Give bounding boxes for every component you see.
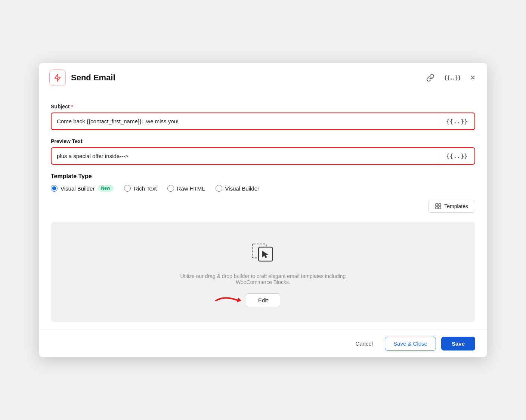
templates-label: Templates xyxy=(444,203,468,209)
variables-icon: {{..}} xyxy=(444,75,461,81)
link-icon xyxy=(426,74,434,82)
preview-variables-button[interactable]: {{..}} xyxy=(439,149,474,163)
subject-field-row: {{..}} xyxy=(51,112,475,130)
send-email-modal: Send Email {{..}} × Subject * xyxy=(39,63,487,357)
radio-raw-html[interactable] xyxy=(167,185,174,192)
save-close-button[interactable]: Save & Close xyxy=(385,337,436,350)
link-button[interactable] xyxy=(425,72,436,83)
template-type-label: Template Type xyxy=(51,173,475,180)
subject-required: * xyxy=(71,104,73,109)
svg-rect-3 xyxy=(439,207,441,209)
radio-option-raw-html[interactable]: Raw HTML xyxy=(167,185,205,192)
arrow-indicator xyxy=(213,291,243,309)
radio-label-visual-builder: Visual Builder xyxy=(61,185,95,192)
header-actions: {{..}} × xyxy=(425,71,477,84)
builder-description: Utilize our drag & drop builder to craft… xyxy=(162,273,364,285)
radio-label-visual-builder2: Visual Builder xyxy=(225,185,259,192)
edit-btn-wrap: Edit xyxy=(246,293,280,307)
close-icon: × xyxy=(470,73,475,83)
subject-input[interactable] xyxy=(52,113,439,129)
preview-var-icon: {{..}} xyxy=(446,152,468,160)
templates-row: Templates xyxy=(51,200,475,219)
radio-option-visual-builder2[interactable]: Visual Builder xyxy=(216,185,259,192)
badge-new: New xyxy=(98,185,114,192)
drag-drop-icon xyxy=(250,240,276,265)
modal-footer: Cancel Save & Close Save xyxy=(39,330,487,357)
close-button[interactable]: × xyxy=(469,71,477,84)
modal-icon xyxy=(49,70,66,86)
radio-label-raw-html: Raw HTML xyxy=(177,185,205,192)
svg-rect-1 xyxy=(439,204,441,206)
subject-var-icon: {{..}} xyxy=(446,118,468,125)
preview-field-row: {{..}} xyxy=(51,147,475,165)
radio-visual-builder2[interactable] xyxy=(216,185,222,192)
svg-rect-0 xyxy=(436,204,438,206)
arrow-icon xyxy=(213,291,243,308)
modal-title: Send Email xyxy=(71,73,420,83)
subject-label: Subject * xyxy=(51,104,475,109)
cancel-button[interactable]: Cancel xyxy=(349,337,380,350)
templates-button[interactable]: Templates xyxy=(428,200,475,213)
radio-visual-builder[interactable] xyxy=(51,185,58,192)
modal-header: Send Email {{..}} × xyxy=(39,63,487,93)
svg-rect-2 xyxy=(436,207,438,209)
templates-icon xyxy=(435,203,441,209)
radio-group: Visual Builder New Rich Text Raw HTML Vi… xyxy=(51,185,475,192)
preview-input[interactable] xyxy=(52,148,439,164)
radio-option-rich-text[interactable]: Rich Text xyxy=(124,185,157,192)
save-button[interactable]: Save xyxy=(441,337,475,350)
lightning-icon xyxy=(53,73,62,82)
preview-label: Preview Text xyxy=(51,138,475,144)
radio-rich-text[interactable] xyxy=(124,185,131,192)
modal-body: Subject * {{..}} Preview Text {{..}} Tem… xyxy=(39,93,487,330)
builder-icon xyxy=(250,240,276,266)
radio-option-visual-builder[interactable]: Visual Builder New xyxy=(51,185,114,192)
subject-variables-button[interactable]: {{..}} xyxy=(439,114,474,129)
variables-button[interactable]: {{..}} xyxy=(443,73,462,82)
radio-label-rich-text: Rich Text xyxy=(134,185,157,192)
builder-area: Utilize our drag & drop builder to craft… xyxy=(51,222,475,322)
edit-button[interactable]: Edit xyxy=(246,293,280,307)
